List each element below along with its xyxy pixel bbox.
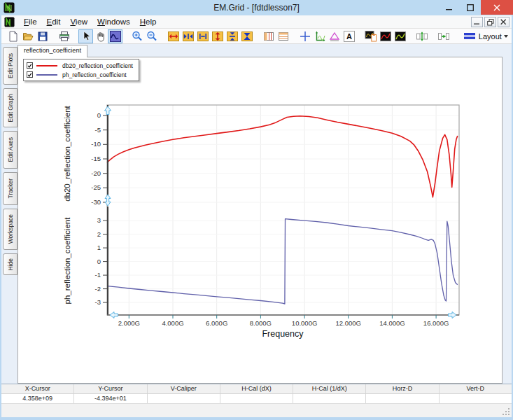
plot-style-red-button[interactable] xyxy=(379,29,393,43)
legend-checkbox[interactable] xyxy=(27,71,33,78)
sidebar-tab-edit-axes[interactable]: Edit Axes xyxy=(3,131,17,169)
align-vertical-icon xyxy=(416,30,428,43)
save-button[interactable] xyxy=(35,29,50,43)
menu-items: FileEditViewWindowsHelp xyxy=(19,16,161,27)
status-value-cell xyxy=(220,394,293,404)
y-tick-label: 2 xyxy=(97,230,101,238)
fit-y-button[interactable] xyxy=(239,29,254,43)
tab-label: reflection_coefficient xyxy=(24,47,81,54)
plot-style-red-icon xyxy=(379,30,392,43)
align-horizontal-icon xyxy=(437,30,450,43)
expand-x-icon xyxy=(167,30,180,43)
status-value-row: 4.358e+09-4.394e+01 xyxy=(1,394,512,404)
new-document-button[interactable] xyxy=(6,29,20,43)
mdi-minimize-icon xyxy=(474,19,480,25)
text-annotation-icon: A xyxy=(343,30,356,43)
align-vertical-button[interactable] xyxy=(415,29,430,43)
sidebar-tab-workspace[interactable]: Workspace xyxy=(3,209,17,250)
y-tick-label: -20 xyxy=(91,169,101,177)
crosshair-button[interactable] xyxy=(298,29,313,43)
fit-x-button[interactable] xyxy=(195,29,210,43)
legend-checkbox[interactable] xyxy=(27,62,33,69)
status-value-cell: 4.358e+09 xyxy=(1,394,74,404)
sidebar-tab-hide[interactable]: Hide xyxy=(3,253,17,275)
horizontal-markers-table-button[interactable] xyxy=(276,29,291,43)
crosshair-icon xyxy=(299,30,311,43)
x-tick-label: 2.000G xyxy=(118,319,140,327)
layout-icon xyxy=(463,31,476,41)
shrink-x-button[interactable] xyxy=(181,29,195,43)
align-horizontal-button[interactable] xyxy=(437,29,451,43)
axis-scale-arrow-right[interactable] xyxy=(449,312,457,318)
tracker-axes-button[interactable] xyxy=(313,29,328,43)
menu-item-windows[interactable]: Windows xyxy=(92,16,135,27)
status-header-cell: X-Cursor xyxy=(1,384,74,393)
sidebar: Edit PlotsEdit GraphEdit AxesTrackerWork… xyxy=(2,47,17,384)
x-tick-label: 14.000G xyxy=(379,319,405,327)
sidebar-tab-edit-plots[interactable]: Edit Plots xyxy=(3,47,17,85)
select-cursor-button[interactable] xyxy=(78,29,93,43)
expand-x-button[interactable] xyxy=(166,29,181,43)
axis-scale-arrow-left[interactable] xyxy=(110,312,118,318)
y-axis-title: ph_reflection_coefficient xyxy=(63,217,71,304)
y-tick-label: -10 xyxy=(91,140,101,148)
menu-item-file[interactable]: File xyxy=(19,16,42,27)
y-tick-label: -25 xyxy=(91,183,101,191)
menu-item-help[interactable]: Help xyxy=(135,16,162,27)
menu-item-edit[interactable]: Edit xyxy=(42,16,66,27)
legend-item[interactable]: db20_reflection_coefficient xyxy=(27,61,133,70)
copy-plot-image-button[interactable] xyxy=(364,29,379,43)
status-header-cell: V-Caliper xyxy=(148,384,220,393)
pan-hand-button[interactable] xyxy=(93,29,108,43)
plot-mode-button[interactable] xyxy=(108,29,122,43)
x-tick-label: 6.000G xyxy=(206,319,227,327)
zoom-out-button[interactable] xyxy=(144,29,159,43)
vertical-markers-table-button[interactable] xyxy=(261,29,276,43)
shrink-x-icon xyxy=(182,30,195,43)
waveform-icon xyxy=(109,30,122,43)
y-tick-label: -2 xyxy=(95,285,101,293)
sidebar-tab-label: Tracker xyxy=(7,178,14,199)
plot-style-green-button[interactable] xyxy=(393,29,408,43)
menu-item-view[interactable]: View xyxy=(65,16,92,27)
save-floppy-icon xyxy=(36,30,49,43)
status-header-cell: H-Cal (dX) xyxy=(220,384,293,393)
sidebar-tab-label: Edit Axes xyxy=(7,137,14,162)
resize-grip[interactable] xyxy=(502,407,510,416)
minimize-button[interactable] xyxy=(439,0,460,15)
tab-reflection-coefficient[interactable]: reflection_coefficient xyxy=(17,45,87,57)
mdi-close-button[interactable] xyxy=(498,17,510,27)
open-file-button[interactable] xyxy=(20,29,35,43)
y-tick-label: 3 xyxy=(97,216,101,224)
legend: db20_reflection_coefficientph_reflection… xyxy=(23,59,139,81)
status-value-cell: -4.394e+01 xyxy=(74,394,147,404)
chart-svg[interactable]: 0-5-10-15-20-25-30db20_reflection_coeffi… xyxy=(18,57,502,383)
print-icon xyxy=(58,30,71,43)
main-content: Edit PlotsEdit GraphEdit AxesTrackerWork… xyxy=(1,44,512,384)
axis-scale-arrow-middle[interactable] xyxy=(105,195,111,206)
close-button[interactable] xyxy=(481,0,513,15)
status-value-cell xyxy=(148,394,220,404)
text-annotation-button[interactable]: A xyxy=(342,29,357,43)
x-tick-label: 12.000G xyxy=(335,319,360,327)
legend-item[interactable]: ph_reflection_coefficient xyxy=(27,70,133,79)
status-value-cell xyxy=(440,394,512,404)
app-window: EM.Grid - [fdtdlesson7] FileEditViewWind… xyxy=(0,0,513,420)
sidebar-tab-label: Hide xyxy=(7,258,14,270)
axis-scale-arrow-up[interactable] xyxy=(105,106,111,115)
maximize-button[interactable] xyxy=(460,0,481,15)
slope-marker-button[interactable] xyxy=(328,29,342,43)
sidebar-tab-edit-graph[interactable]: Edit Graph xyxy=(3,88,17,127)
shrink-y-button[interactable] xyxy=(225,29,239,43)
print-button[interactable] xyxy=(57,29,71,43)
sidebar-tab-tracker[interactable]: Tracker xyxy=(3,172,17,205)
menu-bar: FileEditViewWindowsHelp xyxy=(1,15,512,29)
layout-dropdown-button[interactable]: Layout xyxy=(460,29,512,43)
dropdown-caret-icon xyxy=(504,35,508,38)
x-tick-label: 4.000G xyxy=(162,319,183,327)
mdi-restore-button[interactable] xyxy=(484,17,496,27)
mdi-minimize-button[interactable] xyxy=(471,17,483,27)
zoom-in-button[interactable] xyxy=(129,29,144,43)
y-tick-label: 0 xyxy=(97,111,101,119)
expand-y-button[interactable] xyxy=(210,29,225,43)
